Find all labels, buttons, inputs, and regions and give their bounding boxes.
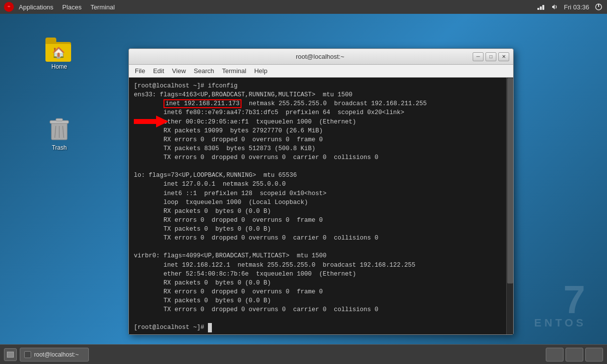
red-arrow <box>134 115 168 128</box>
menu-edit[interactable]: Edit <box>149 66 168 76</box>
menu-search[interactable]: Search <box>190 66 218 76</box>
taskbar-top: Applications Places Terminal Fri 03:36 <box>0 0 607 14</box>
svg-rect-2 <box>540 6 542 10</box>
trash-icon-label: Trash <box>52 144 67 151</box>
taskbar-places[interactable]: Places <box>58 2 85 12</box>
taskbar-terminal-label: root@localhost:~ <box>34 351 79 358</box>
ip-highlight: inet 192.168.211.173 <box>163 99 242 108</box>
desktop-icon-home[interactable]: 🏠 Home <box>40 34 79 73</box>
taskbar-right-buttons <box>546 348 603 362</box>
volume-icon[interactable] <box>550 2 559 11</box>
power-icon[interactable] <box>594 2 603 11</box>
taskbar-btn-3[interactable] <box>585 348 603 362</box>
terminal-title: root@localhost:~ <box>167 53 473 60</box>
redhat-icon <box>4 2 14 12</box>
svg-rect-8 <box>56 119 63 121</box>
show-desktop-icon <box>7 352 14 358</box>
clock: Fri 03:36 <box>564 3 589 11</box>
taskbar-btn-2[interactable] <box>566 348 583 362</box>
taskbar-applications[interactable]: Applications <box>15 2 57 12</box>
terminal-window: root@localhost:~ ─ □ ✕ File Edit View Se… <box>128 48 514 335</box>
show-desktop-button[interactable] <box>4 348 17 361</box>
terminal-output: [root@localhost ~]# ifconfig ens33: flag… <box>134 81 508 332</box>
network-icon[interactable] <box>536 2 545 11</box>
terminal-taskbar-icon <box>24 351 31 358</box>
menu-terminal[interactable]: Terminal <box>218 66 250 76</box>
trash-icon <box>45 115 73 143</box>
minimize-button[interactable]: ─ <box>473 52 484 61</box>
desktop-icon-trash[interactable]: Trash <box>40 113 79 154</box>
desktop: 🏠 Home Trash 7 ENTOS <box>0 14 607 344</box>
taskbar-terminal[interactable]: Terminal <box>86 2 119 12</box>
svg-rect-3 <box>542 5 544 10</box>
svg-rect-1 <box>537 8 539 10</box>
taskbar-bottom: root@localhost:~ <box>0 344 607 364</box>
folder-icon: 🏠 <box>45 36 73 62</box>
menu-help[interactable]: Help <box>250 66 272 76</box>
home-icon-label: Home <box>51 63 67 70</box>
terminal-menu: File Edit View Search Terminal Help <box>129 65 513 78</box>
taskbar-window-terminal[interactable]: root@localhost:~ <box>20 348 89 362</box>
close-button[interactable]: ✕ <box>498 52 509 61</box>
terminal-content[interactable]: [root@localhost ~]# ifconfig ens33: flag… <box>129 78 513 334</box>
scrollbar-thumb[interactable] <box>507 78 513 283</box>
terminal-scrollbar[interactable] <box>506 78 513 334</box>
menu-file[interactable]: File <box>131 66 149 76</box>
menu-view[interactable]: View <box>168 66 190 76</box>
svg-marker-12 <box>134 116 168 127</box>
maximize-button[interactable]: □ <box>486 52 496 61</box>
terminal-controls: ─ □ ✕ <box>473 52 509 61</box>
taskbar-top-right: Fri 03:36 <box>536 2 603 11</box>
terminal-titlebar: root@localhost:~ ─ □ ✕ <box>129 49 513 65</box>
taskbar-top-left: Applications Places Terminal <box>4 2 119 12</box>
taskbar-btn-1[interactable] <box>546 348 564 362</box>
